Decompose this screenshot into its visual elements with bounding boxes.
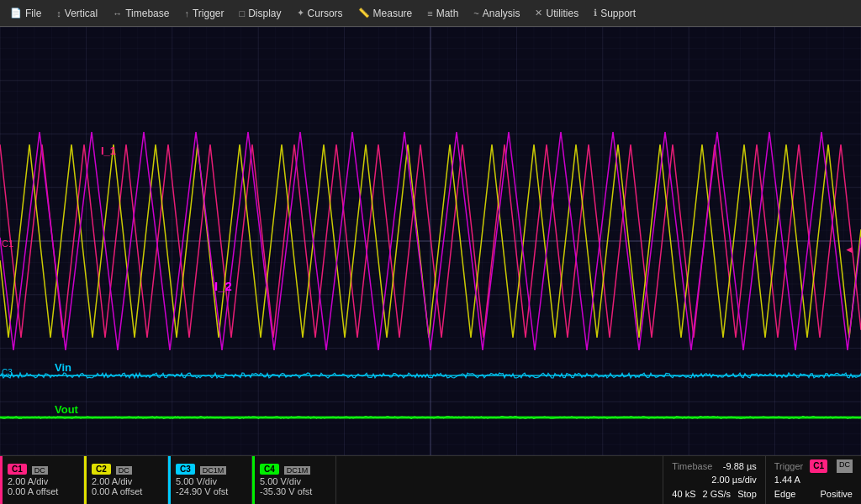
trigger-level-marker: ◄ xyxy=(844,244,854,255)
file-icon: 📄 xyxy=(10,8,22,18)
c1-badge: C1 xyxy=(8,464,27,475)
menu-timebase[interactable]: ↔ Timebase xyxy=(106,5,176,22)
math-label: I_2 xyxy=(214,279,232,293)
c4-status: C4 DC1M 5.00 V/div -35.30 V ofst xyxy=(252,456,336,504)
c2-coupling: DC xyxy=(116,466,132,475)
c3-offset: -24.90 V ofst xyxy=(176,486,246,496)
trigger-slope: Positive xyxy=(820,487,853,501)
menu-vertical[interactable]: ↕ Vertical xyxy=(50,5,104,22)
timebase-value: -9.88 µs xyxy=(723,459,757,474)
trigger-coupling-badge: DC xyxy=(837,459,853,474)
c2-scale: 2.00 A/div xyxy=(92,476,162,486)
cursors-icon: ✦ xyxy=(297,8,304,18)
trigger-level: 1.44 A xyxy=(774,473,800,487)
timediv-value: 2.00 µs/div xyxy=(711,473,756,487)
trigger-label: Trigger xyxy=(774,459,803,474)
trigger-block: Trigger C1 DC 1.44 A Edge Positive xyxy=(765,456,861,504)
c3-coupling: DC1M xyxy=(200,466,227,475)
menu-file[interactable]: 📄 File xyxy=(3,5,48,22)
c3-badge: C3 xyxy=(176,464,195,475)
c1-offset: 0.00 A offset xyxy=(8,486,78,496)
display-icon: □ xyxy=(240,8,246,18)
menu-bar: 📄 File ↕ Vertical ↔ Timebase ↑ Trigger □… xyxy=(0,0,861,27)
trigger-icon: ↑ xyxy=(184,8,189,18)
measure-icon: 📏 xyxy=(358,8,370,18)
c2-badge: C2 xyxy=(92,464,111,475)
c2-status: C2 DC 2.00 A/div 0.00 A offset xyxy=(84,456,168,504)
c3-scale: 5.00 V/div xyxy=(176,476,246,486)
support-icon: ℹ xyxy=(594,8,597,18)
menu-utilities[interactable]: ✕ Utilities xyxy=(528,5,585,22)
c3-label: Vin xyxy=(55,361,71,374)
c3-status: C3 DC1M 5.00 V/div -24.90 V ofst xyxy=(168,456,252,504)
c4-label: Vout xyxy=(55,403,78,416)
utilities-icon: ✕ xyxy=(535,8,542,18)
menu-measure[interactable]: 📏 Measure xyxy=(351,5,420,22)
c1-label: I_1 xyxy=(101,144,116,157)
scope-display: I_1 I_2 Vin Vout C1 C3 ◄ xyxy=(0,27,861,455)
trigger-source-badge: C1 xyxy=(810,459,827,474)
trigger-type: Edge xyxy=(774,487,796,501)
c4-badge: C4 xyxy=(260,464,279,475)
c1-offset-marker: C1 xyxy=(2,239,13,249)
samples-value: 40 kS xyxy=(672,487,695,501)
c2-offset: 0.00 A offset xyxy=(92,486,162,496)
vertical-icon: ↕ xyxy=(56,8,61,18)
status-bar: C1 DC 2.00 A/div 0.00 A offset C2 DC 2.0… xyxy=(0,455,861,504)
c3-offset-marker: C3 xyxy=(2,368,13,377)
timebase-block: Timebase -9.88 µs 2.00 µs/div 40 kS 2 GS… xyxy=(663,456,764,504)
menu-analysis[interactable]: ~ Analysis xyxy=(467,5,526,22)
timebase-section: Timebase -9.88 µs 2.00 µs/div 40 kS 2 GS… xyxy=(663,456,861,504)
c4-coupling: DC1M xyxy=(284,466,311,475)
menu-trigger[interactable]: ↑ Trigger xyxy=(177,5,230,22)
menu-display[interactable]: □ Display xyxy=(233,5,288,22)
timebase-icon: ↔ xyxy=(113,8,122,18)
c4-offset: -35.30 V ofst xyxy=(260,486,330,496)
c4-scale: 5.00 V/div xyxy=(260,476,330,486)
menu-cursors[interactable]: ✦ Cursors xyxy=(290,5,350,22)
math-icon: ≡ xyxy=(427,8,432,18)
waveform-area xyxy=(0,27,861,455)
analysis-icon: ~ xyxy=(473,8,478,18)
c1-scale: 2.00 A/div xyxy=(8,476,78,486)
c1-coupling: DC xyxy=(32,466,48,475)
samplerate-value: 2 GS/s xyxy=(703,487,732,501)
menu-math[interactable]: ≡ Math xyxy=(420,5,465,22)
menu-support[interactable]: ℹ Support xyxy=(587,5,642,22)
c1-status: C1 DC 2.00 A/div 0.00 A offset xyxy=(0,456,84,504)
timebase-label: Timebase xyxy=(672,459,712,474)
mode-value: Stop xyxy=(737,487,757,501)
